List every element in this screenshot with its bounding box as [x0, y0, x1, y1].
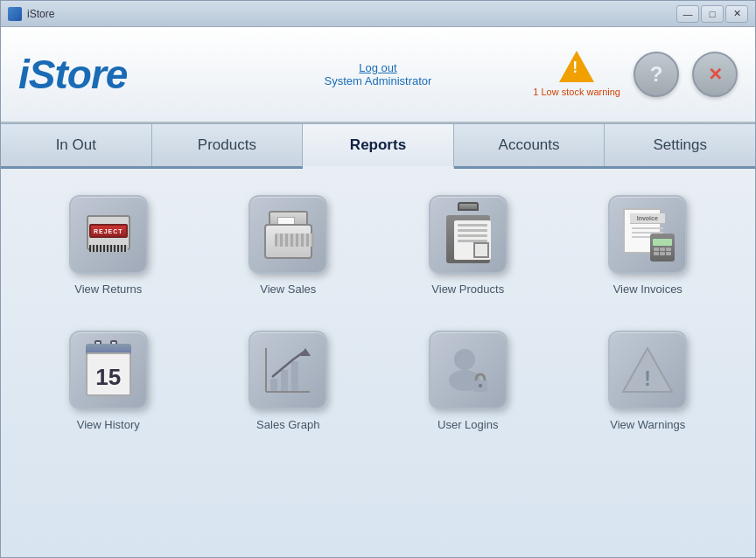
title-bar: iStore — □ ✕ [1, 1, 755, 27]
view-warnings-icon-box: ! [608, 331, 687, 409]
products-icon [442, 206, 494, 263]
reports-row-2: 15 View History [18, 322, 738, 440]
tab-products[interactable]: Products [152, 123, 304, 166]
register-keys [275, 234, 314, 247]
sales-icon [260, 206, 317, 263]
logout-link[interactable]: Log out [325, 61, 432, 74]
nav-tabs: In Out Products Reports Accounts Setting… [1, 123, 755, 169]
view-products-label: View Products [431, 282, 504, 296]
warning-text: 1 Low stock warning [533, 86, 620, 98]
app-logo: iStore [18, 51, 127, 98]
tab-in-out[interactable]: In Out [1, 123, 152, 166]
view-invoices-icon-box: Invoice [608, 195, 687, 274]
svg-rect-2 [270, 379, 277, 391]
invoice-header: Invoice [630, 213, 665, 224]
user-logins-item[interactable]: User Logins [420, 322, 516, 440]
returns-stamp: REJECT [89, 224, 128, 238]
sales-graph-item[interactable]: Sales Graph [240, 322, 336, 440]
title-bar-title: iStore [27, 8, 54, 20]
content-spacer [18, 457, 738, 540]
user-logins-label: User Logins [438, 418, 498, 431]
graph-icon [262, 344, 314, 396]
returns-icon: REJECT [82, 208, 135, 261]
view-invoices-item[interactable]: Invoice [599, 186, 696, 304]
view-history-icon-box: 15 [69, 331, 148, 409]
title-bar-controls: — □ ✕ [676, 5, 748, 23]
low-stock-warning[interactable]: 1 Low stock warning [533, 51, 620, 98]
clipboard-body [446, 215, 490, 263]
view-history-label: View History [77, 418, 140, 431]
history-icon: 15 [82, 344, 135, 396]
warnings-svg: ! [621, 344, 674, 396]
maximize-button[interactable]: □ [701, 5, 724, 23]
view-sales-item[interactable]: View Sales [240, 186, 336, 304]
clipboard-clip [458, 202, 479, 211]
app-icon [8, 7, 22, 21]
sales-graph-label: Sales Graph [256, 418, 319, 431]
clipboard-paper [454, 220, 491, 260]
cal-number: 15 [95, 364, 121, 391]
cal-body: 15 [86, 352, 131, 396]
view-sales-label: View Sales [260, 282, 316, 296]
app-window: iStore — □ ✕ iStore Log out System Admin… [0, 0, 756, 558]
content-area: REJECT View Returns [1, 169, 755, 557]
header-center: Log out System Administrator [325, 61, 432, 87]
view-returns-label: View Returns [74, 282, 142, 296]
reports-row-1: REJECT View Returns [18, 186, 738, 304]
warning-icon [559, 51, 594, 82]
tab-reports[interactable]: Reports [303, 123, 454, 169]
svg-point-6 [454, 349, 475, 370]
returns-barcode [89, 245, 128, 252]
view-invoices-label: View Invoices [613, 282, 682, 296]
invoices-icon: Invoice [620, 206, 676, 263]
calculator-icon [650, 234, 675, 262]
view-warnings-item[interactable]: ! View Warnings [599, 322, 696, 440]
user-logins-icon-box [429, 331, 508, 409]
exit-button[interactable]: ✕ [692, 52, 738, 97]
register-body [264, 224, 312, 259]
view-returns-icon-box: REJECT [69, 195, 148, 274]
minimize-button[interactable]: — [676, 5, 699, 23]
app-header: iStore Log out System Administrator 1 Lo… [1, 27, 755, 123]
tab-settings[interactable]: Settings [605, 123, 755, 166]
view-returns-item[interactable]: REJECT View Returns [60, 186, 157, 304]
users-icon [442, 344, 494, 396]
close-button[interactable]: ✕ [725, 5, 748, 23]
warnings-icon: ! [621, 344, 674, 396]
help-button[interactable]: ? [634, 52, 679, 97]
user-logins-svg [442, 344, 494, 396]
svg-point-9 [479, 384, 482, 387]
graph-svg [262, 344, 314, 396]
title-bar-left: iStore [8, 7, 54, 21]
view-products-item[interactable]: View Products [420, 186, 516, 304]
warning-triangle-shape [559, 51, 594, 82]
view-products-icon-box [429, 195, 508, 274]
svg-rect-3 [281, 370, 288, 391]
view-warnings-label: View Warnings [610, 418, 685, 431]
svg-text:!: ! [644, 366, 651, 390]
sales-graph-icon-box [248, 331, 327, 409]
clipboard-box [473, 242, 489, 258]
header-right: 1 Low stock warning ? ✕ [533, 51, 738, 98]
user-label: System Administrator [325, 74, 432, 87]
tab-accounts[interactable]: Accounts [454, 123, 606, 166]
view-history-item[interactable]: 15 View History [60, 322, 157, 440]
svg-rect-4 [291, 361, 298, 391]
view-sales-icon-box [248, 195, 327, 274]
